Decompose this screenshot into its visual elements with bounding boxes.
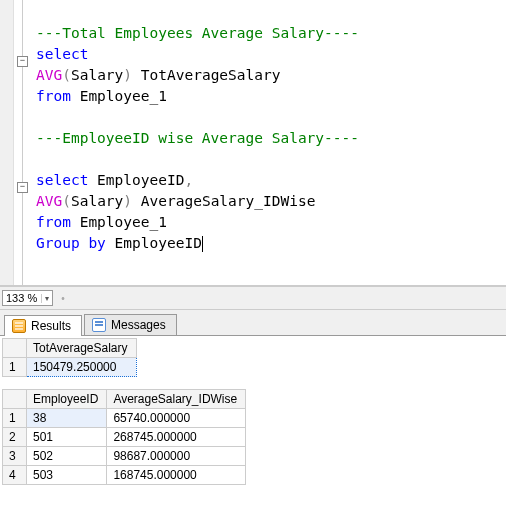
- tab-messages[interactable]: Messages: [84, 314, 177, 335]
- cell[interactable]: 268745.000000: [107, 428, 246, 447]
- editor-gutter: [0, 0, 14, 285]
- results-grid-1[interactable]: TotAverageSalary1150479.250000: [2, 338, 137, 377]
- zoom-value: 133 %: [6, 292, 37, 304]
- grid-corner: [3, 390, 27, 409]
- table-row[interactable]: 350298687.000000: [3, 447, 246, 466]
- column-header[interactable]: EmployeeID: [27, 390, 107, 409]
- cell[interactable]: 38: [27, 409, 107, 428]
- cell[interactable]: 503: [27, 466, 107, 485]
- collapse-toggle[interactable]: −: [17, 182, 28, 193]
- outline-guide: [22, 0, 23, 286]
- table-row[interactable]: 2501268745.000000: [3, 428, 246, 447]
- zoom-combo[interactable]: 133 % ▾: [2, 290, 53, 306]
- tab-label: Messages: [111, 318, 166, 332]
- collapse-toggle[interactable]: −: [17, 56, 28, 67]
- row-header[interactable]: 2: [3, 428, 27, 447]
- column-header[interactable]: AverageSalary_IDWise: [107, 390, 246, 409]
- cell[interactable]: 150479.250000: [27, 358, 137, 377]
- zoom-bar: 133 % ▾ •: [0, 286, 506, 310]
- tab-label: Results: [31, 319, 71, 333]
- column-header[interactable]: TotAverageSalary: [27, 339, 137, 358]
- row-header[interactable]: 4: [3, 466, 27, 485]
- splitter-handle[interactable]: •: [61, 293, 65, 304]
- table-row[interactable]: 13865740.000000: [3, 409, 246, 428]
- outline-column: − −: [14, 0, 32, 285]
- table-row[interactable]: 4503168745.000000: [3, 466, 246, 485]
- grid-corner: [3, 339, 27, 358]
- results-pane: TotAverageSalary1150479.250000 EmployeeI…: [0, 336, 506, 521]
- sql-editor-pane: − − ---Total Employees Average Salary---…: [0, 0, 506, 286]
- grid-icon: [12, 319, 26, 333]
- cell[interactable]: 502: [27, 447, 107, 466]
- cell[interactable]: 98687.000000: [107, 447, 246, 466]
- row-header[interactable]: 1: [3, 409, 27, 428]
- cell[interactable]: 65740.000000: [107, 409, 246, 428]
- table-row[interactable]: 1150479.250000: [3, 358, 137, 377]
- results-grid-2[interactable]: EmployeeIDAverageSalary_IDWise13865740.0…: [2, 389, 246, 485]
- results-tabs: Results Messages: [0, 310, 506, 336]
- chevron-down-icon: ▾: [41, 294, 49, 303]
- row-header[interactable]: 1: [3, 358, 27, 377]
- row-header[interactable]: 3: [3, 447, 27, 466]
- cell[interactable]: 501: [27, 428, 107, 447]
- cell[interactable]: 168745.000000: [107, 466, 246, 485]
- code-area[interactable]: ---Total Employees Average Salary---- se…: [32, 0, 506, 285]
- messages-icon: [92, 318, 106, 332]
- tab-results[interactable]: Results: [4, 315, 82, 336]
